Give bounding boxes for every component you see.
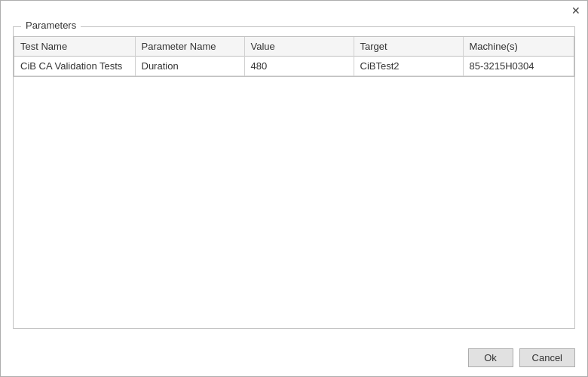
col-header-value: Value [244, 37, 354, 57]
cell-machines: 85-3215H0304 [463, 57, 574, 76]
col-header-target: Target [354, 37, 463, 57]
cancel-button[interactable]: Cancel [519, 348, 575, 367]
title-bar: ✕ [1, 1, 587, 20]
ok-button[interactable]: Ok [468, 348, 513, 367]
parameters-group: Parameters Test Name Parameter Name Valu… [13, 26, 575, 329]
table-container: Test Name Parameter Name Value Target Ma… [14, 36, 574, 328]
dialog-footer: Ok Cancel [1, 348, 587, 376]
cell-target: CiBTest2 [354, 57, 463, 76]
dialog-body: Parameters Test Name Parameter Name Valu… [1, 20, 587, 348]
col-header-machines: Machine(s) [463, 37, 574, 57]
main-dialog: ✕ Parameters Test Name Parameter Name Va… [0, 0, 588, 377]
table-header-row: Test Name Parameter Name Value Target Ma… [14, 37, 574, 57]
col-header-param-name: Parameter Name [135, 37, 244, 57]
table-row: CiB CA Validation TestsDuration480CiBTes… [14, 57, 574, 76]
close-button[interactable]: ✕ [569, 4, 583, 17]
cell-test_name: CiB CA Validation Tests [14, 57, 135, 76]
parameters-table: Test Name Parameter Name Value Target Ma… [14, 37, 574, 76]
table-border: Test Name Parameter Name Value Target Ma… [14, 36, 574, 77]
cell-value: 480 [244, 57, 354, 76]
col-header-test-name: Test Name [14, 37, 135, 57]
group-label: Parameters [21, 20, 81, 31]
cell-param_name: Duration [135, 57, 244, 76]
